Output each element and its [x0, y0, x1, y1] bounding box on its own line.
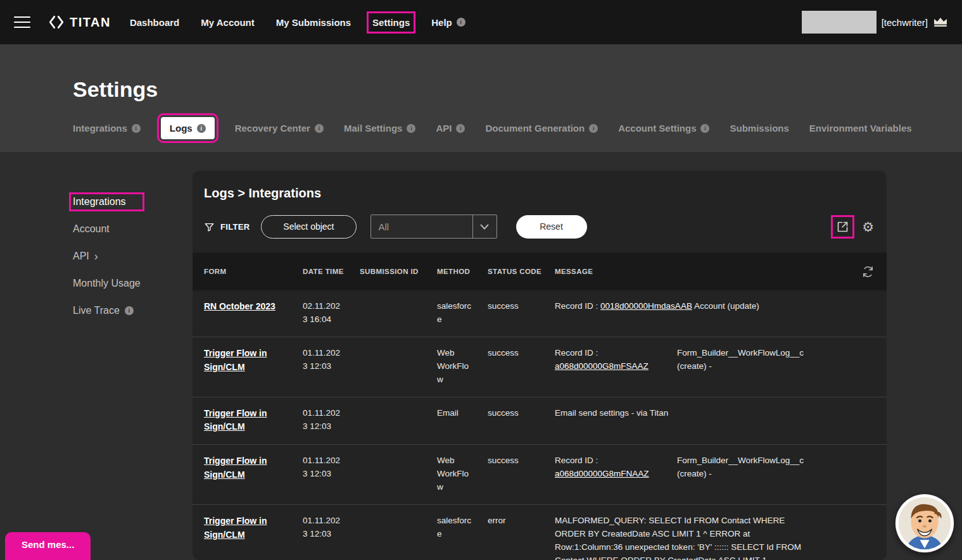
info-icon [457, 18, 465, 27]
tab-recovery-center[interactable]: Recovery Center [235, 123, 324, 134]
sidebar-item-integrations[interactable]: Integrations [73, 196, 141, 208]
page-title: Settings [73, 44, 962, 102]
settings-header: Settings Integrations Logs Recovery Cent… [0, 44, 962, 152]
status-code: success [488, 407, 555, 420]
form-link[interactable]: Trigger Flow in Sign/CLM [204, 514, 284, 542]
date-time: 01.11.2023 12:03 [303, 454, 345, 481]
crown-icon [933, 16, 948, 28]
record-id-link[interactable]: 0018d00000HmdasAAB [600, 301, 692, 311]
table-header: FORM DATE TIME SUBMISSION ID METHOD STAT… [193, 252, 887, 290]
mascot-avatar[interactable] [895, 494, 954, 553]
tab-integrations[interactable]: Integrations [73, 123, 141, 134]
nav-items: Dashboard My Account My Submissions Sett… [130, 17, 465, 28]
method: Web WorkFlow [437, 347, 474, 387]
table-row: Trigger Flow in Sign/CLM 01.11.2023 12:0… [193, 505, 887, 560]
filter-label: FILTER [204, 221, 250, 232]
nav-item-my-submissions[interactable]: My Submissions [276, 17, 351, 28]
tab-logs[interactable]: Logs [161, 117, 215, 139]
info-icon [125, 306, 134, 315]
message-cell: MALFORMED_QUERY: SELECT Id FROM Contact … [555, 514, 875, 560]
tab-document-generation[interactable]: Document Generation [485, 123, 598, 134]
chat-button[interactable]: Send mes... [5, 532, 91, 560]
info-icon [407, 124, 415, 133]
tab-api[interactable]: API [436, 123, 465, 134]
dropdown-selected-value: All [371, 215, 472, 238]
brand-name: TITAN [70, 15, 111, 30]
info-icon [456, 124, 465, 133]
export-button[interactable] [835, 219, 851, 235]
sidebar-item-live-trace[interactable]: Live Trace [73, 305, 141, 316]
tab-mail-settings[interactable]: Mail Settings [344, 123, 416, 134]
form-link[interactable]: Trigger Flow in Sign/CLM [204, 347, 284, 374]
date-time: 01.11.2023 12:03 [303, 407, 345, 433]
table-row: Trigger Flow in Sign/CLM 01.11.2023 12:0… [193, 337, 887, 397]
tab-account-settings[interactable]: Account Settings [618, 123, 709, 134]
tab-submissions[interactable]: Submissions [730, 123, 788, 134]
method: salesforce [437, 300, 474, 327]
table-row: Trigger Flow in Sign/CLM 01.11.2023 12:0… [193, 445, 887, 505]
hamburger-menu-icon[interactable] [14, 16, 30, 28]
nav-item-my-account[interactable]: My Account [201, 17, 254, 28]
main-content: Integrations Account API› Monthly Usage … [0, 152, 962, 560]
reset-button[interactable]: Reset [516, 215, 587, 239]
method: Email [437, 407, 474, 420]
message-cell: Record ID : a068d00000G8mFSAAZ Form_Buil… [555, 347, 875, 373]
navbar-right: [techwriter] [802, 11, 948, 34]
method: salesforce [437, 514, 474, 541]
sidebar-item-account[interactable]: Account [73, 223, 141, 235]
record-id-link[interactable]: a068d00000G8mFNAAZ [555, 469, 649, 478]
status-code: success [488, 347, 555, 360]
info-icon [700, 124, 709, 133]
nav-item-help[interactable]: Help [431, 17, 465, 28]
info-icon [197, 124, 206, 133]
message-cell: Record ID : a068d00000G8mFNAAZ Form_Buil… [555, 454, 875, 481]
form-link[interactable]: Trigger Flow in Sign/CLM [204, 454, 284, 482]
table-row: RN October 2023 02.11.2023 16:04 salesfo… [193, 290, 887, 337]
message-cell: Email send settings - via Titan [555, 407, 875, 420]
method: Web WorkFlow [437, 454, 474, 494]
table-row: Trigger Flow in Sign/CLM 01.11.2023 12:0… [193, 397, 887, 445]
column-header-status-code: STATUS CODE [488, 268, 555, 275]
form-link[interactable]: Trigger Flow in Sign/CLM [204, 407, 284, 434]
settings-tabs: Integrations Logs Recovery Center Mail S… [73, 117, 962, 139]
info-icon [315, 124, 324, 133]
settings-gear-icon[interactable]: ⚙ [861, 219, 875, 235]
logs-table: FORM DATE TIME SUBMISSION ID METHOD STAT… [193, 252, 887, 560]
info-icon [132, 124, 141, 133]
titan-logo[interactable]: TITAN [48, 14, 111, 30]
funnel-icon [204, 221, 215, 232]
titan-logo-icon [48, 14, 65, 30]
tab-environment-variables[interactable]: Environment Variables [809, 123, 912, 134]
logs-panel: Logs > Integrations FILTER Select object… [193, 171, 887, 560]
sidebar-item-monthly-usage[interactable]: Monthly Usage [73, 278, 141, 289]
status-code: error [488, 514, 555, 528]
filter-actions: ⚙ [835, 219, 875, 235]
object-dropdown[interactable]: All [370, 215, 497, 239]
sidebar-item-api[interactable]: API› [73, 251, 141, 262]
nav-item-dashboard[interactable]: Dashboard [130, 17, 179, 28]
column-header-form: FORM [204, 268, 303, 275]
date-time: 01.11.2023 12:03 [303, 514, 345, 541]
nav-item-settings[interactable]: Settings [372, 17, 410, 28]
chevron-right-icon: › [94, 251, 98, 262]
record-id-link[interactable]: a068d00000G8mFSAAZ [555, 361, 649, 371]
column-header-date-time: DATE TIME [303, 268, 360, 275]
top-navbar: TITAN Dashboard My Account My Submission… [0, 0, 962, 44]
breadcrumb: Logs > Integrations [193, 171, 887, 201]
form-link[interactable]: RN October 2023 [204, 300, 284, 314]
info-icon [589, 124, 598, 133]
date-time: 02.11.2023 16:04 [303, 300, 345, 327]
message-extra: Form_Builder__WorkFlowLog__c (create) - [677, 454, 813, 481]
column-header-method: METHOD [437, 268, 488, 275]
refresh-icon[interactable] [861, 264, 875, 279]
status-code: success [488, 454, 555, 468]
logs-sidebar: Integrations Account API› Monthly Usage … [73, 196, 141, 316]
username: [techwriter] [882, 17, 928, 28]
date-time: 01.11.2023 12:03 [303, 347, 345, 373]
filter-row: FILTER Select object All Reset ⚙ [193, 201, 887, 239]
column-header-submission-id: SUBMISSION ID [360, 268, 437, 275]
chevron-down-icon[interactable] [472, 215, 497, 238]
message-extra: Form_Builder__WorkFlowLog__c (create) - [677, 347, 813, 373]
select-object-button[interactable]: Select object [261, 215, 356, 239]
redacted-username-box [802, 11, 877, 34]
